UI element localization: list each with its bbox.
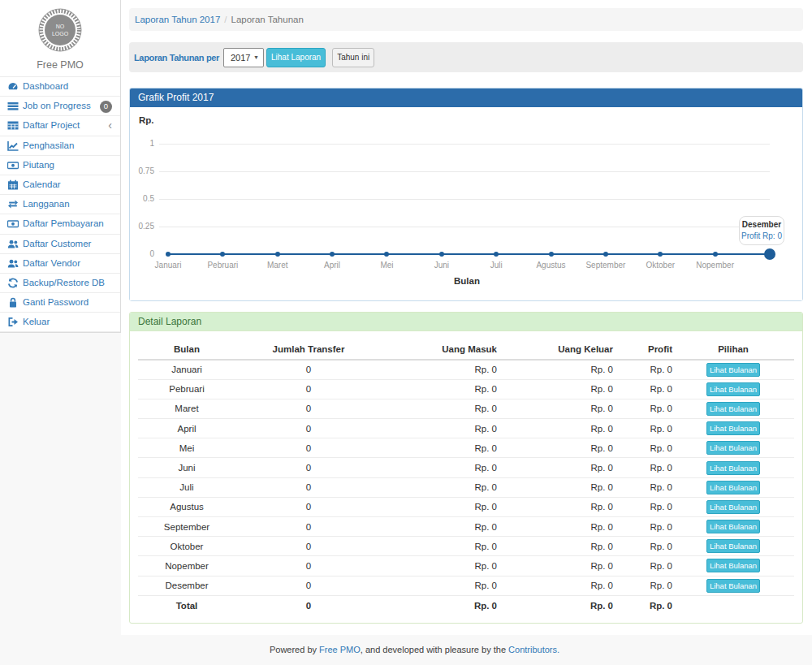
sidebar-item-daftar-vendor[interactable]: Daftar Vendor [0,254,120,274]
lihat-bulanan-button[interactable]: Lihat Bulanan [706,500,760,514]
lihat-bulanan-button[interactable]: Lihat Bulanan [706,421,760,435]
sidebar-item-daftar-project[interactable]: Daftar Project‹ [0,116,120,136]
table-row-oktober: Oktober0Rp. 0Rp. 0Rp. 0Lihat Bulanan [138,537,794,556]
cell-profit: Rp. 0 [613,517,672,537]
sidebar-item-calendar[interactable]: Calendar [0,175,120,195]
breadcrumb: Laporan Tahun 2017/Laporan Tahunan [129,8,803,31]
footer-text: Powered by [270,645,319,654]
chart-point-maret[interactable] [275,252,280,257]
lihat-bulanan-button[interactable]: Lihat Bulanan [706,539,760,553]
chart-point-april[interactable] [330,252,335,257]
cell-uang_masuk: Rp. 0 [382,360,497,379]
cell-jumlah_transfer: 0 [235,556,382,576]
sidebar-item-dashboard[interactable]: Dashboard [0,77,120,97]
footer: Powered by Free PMO, and developed with … [17,645,812,654]
chart-point-pebruari[interactable] [220,252,225,257]
table-row-total: Total0Rp. 0Rp. 0Rp. 0 [138,595,794,615]
year-select[interactable]: 2017 ▼ [223,48,264,67]
chart-point-januari[interactable] [166,252,171,257]
chart-x-label-pebruari: Pebruari [194,261,251,270]
chart-point-september[interactable] [603,252,608,257]
lihat-bulanan-button[interactable]: Lihat Bulanan [706,402,760,416]
column-header-uang-masuk: Uang Masuk [382,339,497,360]
cell-bulan: Mei [138,438,235,458]
breadcrumb-parent-link[interactable]: Laporan Tahun 2017 [135,15,220,24]
cell-uang_masuk: Rp. 0 [382,419,497,438]
tahun-ini-button[interactable]: Tahun ini [332,48,374,67]
brand-name: Free PMO [0,59,120,71]
chart-point-juni[interactable] [439,252,444,257]
cell-uang_keluar: Rp. 0 [497,497,613,516]
sidebar-item-penghasilan[interactable]: Penghasilan [0,136,120,156]
cell-bulan: September [138,517,235,537]
cell-bulan: Juni [138,458,235,477]
sidebar-item-job-on-progress[interactable]: Job on Progress0 [0,97,120,116]
cell-uang_masuk: Rp. 0 [382,517,497,537]
total-cell-bulan: Total [138,595,235,615]
lihat-bulanan-button[interactable]: Lihat Bulanan [706,382,760,396]
table-row-april: April0Rp. 0Rp. 0Rp. 0Lihat Bulanan [138,419,794,438]
cell-jumlah_transfer: 0 [235,477,382,497]
sidebar-item-piutang[interactable]: Piutang [0,156,120,175]
money-icon [7,160,19,171]
chart-point-juli[interactable] [494,252,499,257]
chart-x-label-april: April [304,261,361,270]
lihat-bulanan-button[interactable]: Lihat Bulanan [706,461,760,475]
cell-profit: Rp. 0 [613,399,672,418]
sidebar-item-keluar[interactable]: Keluar [0,313,120,332]
chart-x-label-agustus: Agustus [523,261,580,270]
chart-x-label-maret: Maret [249,261,306,270]
footer-freepmo-link[interactable]: Free PMO [319,645,361,654]
footer-text-2: , and developed with pleasure by the [361,645,508,654]
chart-point-desember[interactable] [764,248,775,260]
lihat-laporan-button[interactable]: Lihat Laporan [266,48,326,67]
column-header-uang-keluar: Uang Keluar [497,339,613,360]
retweet-icon [7,199,19,209]
sidebar-item-daftar-customer[interactable]: Daftar Customer [0,235,120,254]
cell-uang_keluar: Rp. 0 [497,556,613,576]
sidebar-item-ganti-password[interactable]: Ganti Password [0,293,120,313]
lihat-bulanan-button[interactable]: Lihat Bulanan [706,481,760,494]
report-filter-bar: Laporan Tahunan per 2017 ▼ Lihat Laporan… [129,42,803,72]
lihat-bulanan-button[interactable]: Lihat Bulanan [706,363,760,377]
cell-bulan: Januari [138,360,235,379]
cell-jumlah_transfer: 0 [235,497,382,516]
footer-contributors-link[interactable]: Contributors. [508,645,559,654]
chart-x-label-mei: Mei [358,261,415,270]
sidebar-item-backup-restore-db[interactable]: Backup/Restore DB [0,274,120,293]
total-cell-uang_keluar: Rp. 0 [497,595,613,615]
chart-point-oktober[interactable] [658,252,663,257]
column-header-bulan: Bulan [138,339,235,360]
total-cell-profit: Rp. 0 [613,595,672,615]
cell-jumlah_transfer: 0 [235,419,382,438]
cell-bulan: April [138,419,235,438]
chart-y-tick-label: 0.75 [130,166,154,175]
svg-text:LOGO: LOGO [52,31,69,37]
cell-uang_keluar: Rp. 0 [497,576,613,595]
lihat-bulanan-button[interactable]: Lihat Bulanan [706,441,760,455]
cell-uang_masuk: Rp. 0 [382,497,497,516]
select-caret-icon: ▼ [253,54,259,60]
chart-panel-title: Grafik Profit 2017 [130,89,802,107]
breadcrumb-separator: / [220,15,231,24]
lihat-bulanan-button[interactable]: Lihat Bulanan [706,520,760,533]
cell-uang_keluar: Rp. 0 [497,438,613,458]
filter-label: Laporan Tahunan per [134,53,219,63]
cell-profit: Rp. 0 [613,497,672,516]
chart-x-label-juli: Juli [468,261,525,270]
cell-bulan: Desember [138,576,235,595]
chart-point-agustus[interactable] [549,252,554,257]
sidebar-item-daftar-pembayaran[interactable]: Daftar Pembayaran [0,214,120,234]
cell-uang_masuk: Rp. 0 [382,379,497,399]
sidebar-item-langganan[interactable]: Langganan [0,195,120,214]
cell-uang_masuk: Rp. 0 [382,399,497,418]
chart-gridline [159,199,770,200]
cell-bulan: Pebruari [138,379,235,399]
lihat-bulanan-button[interactable]: Lihat Bulanan [706,559,760,572]
chart-y-axis-title: Rp. [139,115,154,125]
chart-point-nopember[interactable] [713,252,718,257]
lihat-bulanan-button[interactable]: Lihat Bulanan [706,579,760,593]
chart-point-mei[interactable] [384,252,389,257]
chart-gridline [159,144,770,145]
chart-tooltip-title: Desember [741,220,782,229]
